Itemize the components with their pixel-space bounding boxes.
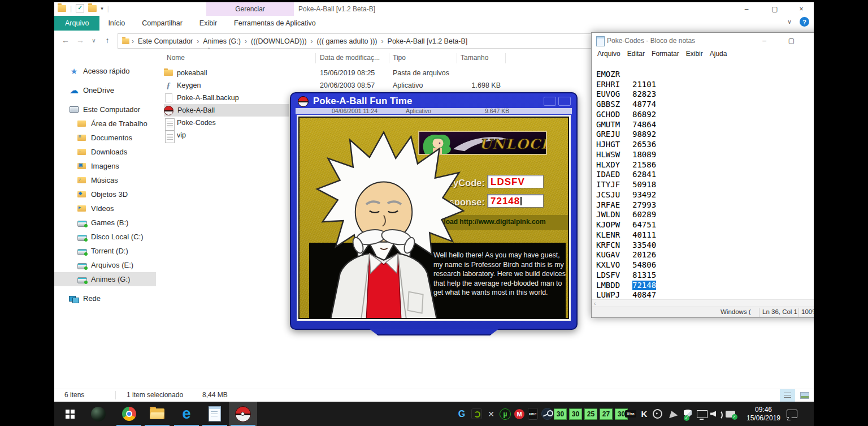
forward-icon[interactable]: → xyxy=(73,34,87,46)
new-folder-icon[interactable] xyxy=(88,5,97,12)
sidebar-item[interactable]: Torrent (D:) xyxy=(54,244,156,258)
properties-icon[interactable]: ✓ xyxy=(76,4,84,12)
ethernet-network-icon xyxy=(697,410,708,418)
temperature-badge[interactable]: 27 xyxy=(600,408,613,420)
column-header-name[interactable]: Nome xyxy=(167,54,185,62)
sidebar-item[interactable]: Vídeos xyxy=(54,201,156,216)
taskbar-notepad[interactable] xyxy=(201,402,229,426)
minimize-button[interactable]: – xyxy=(734,2,759,16)
ribbon-tab[interactable]: Compartilhar xyxy=(133,16,191,31)
breadcrumb-item[interactable]: Animes (G:) › xyxy=(201,37,249,45)
keygen-close-button[interactable] xyxy=(558,97,571,106)
tray-k-app[interactable]: K xyxy=(639,402,650,426)
tray-dish[interactable] xyxy=(651,402,663,426)
response-input[interactable]: 72148 xyxy=(487,194,544,208)
keygen-window: Poke-A-Ball Fun Time 04/06/2001 11:24 Ap… xyxy=(290,92,578,330)
ribbon-tab[interactable]: Exibir xyxy=(191,16,225,31)
tray-defender[interactable]: ✓ xyxy=(682,402,694,426)
breadcrumb-item[interactable]: Este Computador › xyxy=(136,37,201,45)
menu-item[interactable]: Editar xyxy=(624,49,648,59)
keygen-content-frame: UNLOCK KeyCode: LDSFV Response: 72148 Cl… xyxy=(297,115,571,321)
up-icon[interactable]: ↑ xyxy=(101,34,114,46)
sidebar-item[interactable]: Objetos 3D xyxy=(54,187,156,201)
column-header-size[interactable]: Tamanho xyxy=(461,54,488,62)
sidebar-item[interactable]: Disco Local (C:) xyxy=(54,230,156,244)
sidebar-item[interactable]: Músicas xyxy=(54,173,156,187)
back-icon[interactable]: ← xyxy=(59,34,72,46)
taskbar-file-explorer[interactable] xyxy=(143,402,171,426)
breadcrumb-item[interactable]: ((( games adulto ))) › xyxy=(315,37,385,45)
sidebar-item[interactable]: Arquivos (E:) xyxy=(54,258,156,272)
sidebar-item[interactable]: Área de Trabalho xyxy=(54,117,156,131)
notepad-titlebar[interactable]: Poke-Codes - Bloco de notas – ▢ xyxy=(592,33,814,49)
taskbar-clock[interactable]: 09:46 15/06/2019 xyxy=(743,402,784,426)
temperature-badge[interactable]: 25 xyxy=(584,408,597,420)
tray-security-card[interactable] xyxy=(723,402,737,426)
thumbnails-view-button[interactable] xyxy=(797,389,812,402)
menu-item[interactable]: Formatar xyxy=(648,49,683,59)
menu-item[interactable]: Arquivo xyxy=(594,49,624,59)
tray-utorrent[interactable]: µ xyxy=(498,402,513,426)
customize-qat-chevron-icon[interactable]: ▾ xyxy=(101,6,103,11)
ribbon-tab[interactable]: Arquivo xyxy=(54,16,99,31)
address-bar[interactable]: › Este Computador › Animes (G:) › xyxy=(118,33,596,49)
sidebar-item[interactable]: Imagens xyxy=(54,159,156,173)
action-center-button[interactable] xyxy=(784,402,799,426)
taskbar-pokeaball[interactable] xyxy=(229,402,257,426)
menu-item[interactable]: Ajuda xyxy=(706,49,731,59)
tray-volume[interactable] xyxy=(709,402,723,426)
ribbon-tab[interactable]: Ferramentas de Aplicativo xyxy=(225,16,324,31)
ribbon-tab[interactable]: Início xyxy=(99,16,133,31)
temp-monitor-badges: 3030252730 xyxy=(554,402,628,426)
notepad-maximize-button[interactable]: ▢ xyxy=(779,33,804,49)
sidebar-item[interactable]: Rede xyxy=(54,291,156,305)
collapse-ribbon-chevron-icon[interactable]: ∨ xyxy=(787,18,792,25)
recent-locations-chevron-icon[interactable]: ∨ xyxy=(87,34,101,46)
breadcrumb-item[interactable]: (((DOWNLOAD))) › xyxy=(249,37,315,45)
sidebar-item[interactable]: Downloads xyxy=(54,145,156,159)
column-header-type[interactable]: Tipo xyxy=(393,54,406,62)
help-icon[interactable]: ? xyxy=(800,17,809,27)
sidebar-item-icon xyxy=(77,218,87,227)
sidebar-item-icon xyxy=(77,176,87,185)
tray-nvidia[interactable] xyxy=(469,402,484,426)
notepad-text-area[interactable]: EMOZR 21101 ERHRI 82823 EUVOG 48774 GBBS… xyxy=(592,59,814,299)
keygen-minimize-button[interactable] xyxy=(544,97,556,106)
details-view-button[interactable] xyxy=(780,389,795,402)
notepad-minimize-button[interactable]: – xyxy=(752,33,777,49)
manage-contextual-tab[interactable]: Gerenciar xyxy=(206,2,294,16)
tray-x-app[interactable]: ✕ xyxy=(484,402,498,426)
sidebar-item-icon xyxy=(69,67,79,76)
tray-logitech[interactable]: G xyxy=(454,402,469,426)
sidebar-item[interactable]: Documentos xyxy=(54,131,156,145)
tray-steam[interactable] xyxy=(540,402,554,426)
sidebar-item[interactable]: Acesso rápido xyxy=(54,64,156,78)
sidebar-item-label: Rede xyxy=(83,294,101,303)
show-hidden-icons[interactable] xyxy=(666,402,679,426)
temperature-badge[interactable]: 30 xyxy=(569,408,582,420)
temperature-badge[interactable]: 30 xyxy=(554,408,567,420)
taskbar-edge[interactable]: e xyxy=(172,402,201,426)
tray-mega[interactable]: M xyxy=(512,402,527,426)
close-button[interactable]: × xyxy=(789,2,814,16)
sidebar-item[interactable]: OneDrive xyxy=(54,83,156,97)
code-line: KXLVO 81315 xyxy=(592,250,814,260)
keycode-input[interactable]: LDSFV xyxy=(487,175,544,188)
column-header-date[interactable]: Data de modificaç... xyxy=(320,54,380,62)
restore-button[interactable]: ▢ xyxy=(762,2,787,16)
sidebar-item[interactable]: Games (B:) xyxy=(54,216,156,230)
logitech-g-icon: G xyxy=(458,409,465,419)
sidebar-item[interactable]: Animes (G:) xyxy=(54,272,156,286)
tray-epic[interactable]: EPIC xyxy=(526,402,540,426)
breadcrumb-item[interactable]: Poke-A-Ball [v1.2 Beta-B] › xyxy=(385,37,470,45)
keygen-titlebar[interactable]: Poke-A-Ball Fun Time xyxy=(298,96,412,107)
start-button[interactable] xyxy=(56,402,84,426)
scroll-left-arrow-icon[interactable]: ‹ xyxy=(594,300,596,307)
sidebar-item[interactable]: Este Computador xyxy=(54,102,156,117)
taskbar-chrome[interactable] xyxy=(115,402,143,426)
tray-xtra[interactable]: Xtra xyxy=(625,402,636,426)
code-line: JCSJU 27993 xyxy=(592,180,814,190)
menu-item[interactable]: Exibir xyxy=(683,49,706,59)
taskbar-app-sphere[interactable] xyxy=(84,402,112,426)
tray-network[interactable] xyxy=(695,402,709,426)
